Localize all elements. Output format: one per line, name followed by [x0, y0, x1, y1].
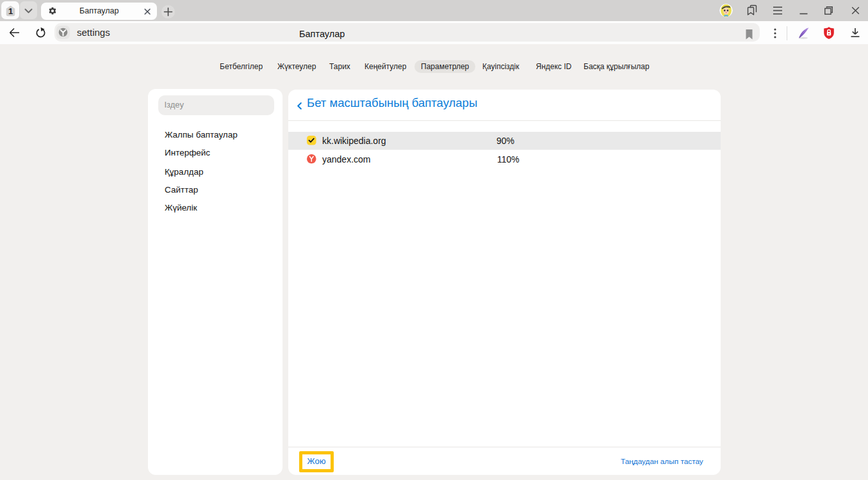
svg-text:1: 1 — [8, 6, 13, 16]
